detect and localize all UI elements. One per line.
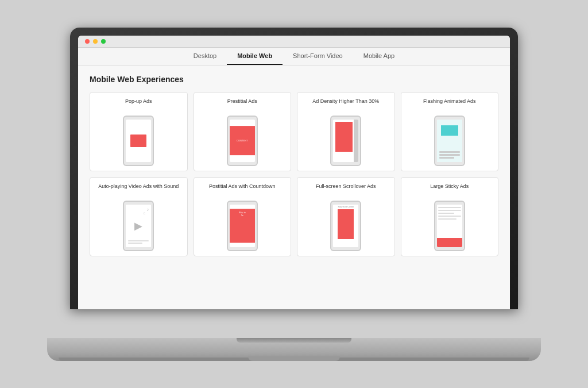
tab-short-form-video[interactable]: Short-Form Video (283, 48, 353, 65)
phone-screen-autoplay: ▶ ♪ ♫ (126, 205, 151, 247)
ad-card-title-popup: Pop-up Ads (125, 98, 152, 111)
flash-text-area (437, 150, 462, 160)
ad-card-title-flashing: Flashing Animated Ads (423, 98, 476, 111)
phone-mockup-prestitial: CONTENT (227, 116, 258, 166)
phone-screen-scrollover: Sticky Scroll Content (333, 205, 358, 247)
browser-dot-maximize (101, 39, 106, 44)
sticky-line-1 (438, 207, 461, 208)
phone-screen-postitial: Skip in5s (230, 205, 255, 247)
phone-mockup-postitial: Skip in5s (227, 201, 258, 251)
phone-mockup-sticky (434, 201, 465, 251)
autoplay-line-2 (128, 243, 142, 244)
ad-card-density[interactable]: Ad Density Higher Than 30% (297, 92, 395, 171)
flash-line-2 (439, 154, 460, 156)
ad-visual-sticky (437, 205, 462, 247)
ad-side-strip (354, 120, 358, 162)
phone-screen-density (333, 120, 358, 162)
autoplay-lines (126, 240, 151, 244)
ad-card-sticky[interactable]: Large Sticky Ads (401, 177, 499, 256)
tab-bar: Desktop Mobile Web Short-Form Video Mobi… (78, 48, 510, 66)
flash-line-1 (439, 151, 460, 153)
sticky-content-lines (438, 207, 461, 221)
ad-text-prestitial: CONTENT (237, 139, 247, 142)
laptop-hinge (237, 338, 351, 343)
phone-screen-flashing (437, 120, 462, 162)
laptop-notch (248, 356, 340, 361)
sticky-line-5 (438, 218, 457, 220)
phone-mockup-flashing (434, 116, 465, 166)
tab-desktop[interactable]: Desktop (183, 48, 227, 65)
ad-visual-autoplay: ▶ ♪ ♫ (126, 205, 151, 247)
browser-dot-close (85, 39, 90, 44)
sticky-ad-bar (437, 238, 462, 247)
music-note-1: ♪ (146, 207, 149, 212)
phone-screen-prestitial: CONTENT (230, 120, 255, 162)
ad-card-autoplay[interactable]: Auto-playing Video Ads with Sound ▶ ♪ ♫ (90, 177, 188, 256)
flash-box (441, 125, 458, 136)
content-area: Mobile Web Experiences Pop-up Ads Pr (78, 66, 510, 309)
ad-visual-flashing (437, 120, 462, 162)
laptop-screen-bezel: Desktop Mobile Web Short-Form Video Mobi… (70, 28, 518, 309)
flash-line-3 (439, 157, 454, 159)
ad-card-scrollover[interactable]: Full-screen Scrollover Ads Sticky Scroll… (297, 177, 395, 256)
music-note-2: ♫ (143, 212, 146, 215)
phone-mockup-popup (123, 116, 154, 166)
ad-visual-postitial: Skip in5s (230, 209, 255, 243)
ad-visual-density (335, 122, 353, 152)
ad-visual-scrollover: Sticky Scroll Content (333, 205, 358, 247)
scroll-label: Sticky Scroll Content (333, 206, 358, 208)
countdown-text: Skip in5s (239, 211, 246, 217)
ad-card-title-prestitial: Prestitial Ads (227, 98, 257, 111)
laptop-base (47, 338, 541, 361)
ad-grid: Pop-up Ads Prestitial Ads (90, 92, 498, 256)
ad-card-prestitial[interactable]: Prestitial Ads CONTENT (194, 92, 292, 171)
autoplay-line-1 (128, 240, 149, 241)
scroll-ad-box (338, 209, 354, 239)
ad-visual-popup (130, 135, 146, 147)
phone-mockup-scrollover: Sticky Scroll Content (330, 201, 361, 251)
ad-card-postitial[interactable]: Postitial Ads with Countdown Skip in5s (194, 177, 292, 256)
ad-card-title-sticky: Large Sticky Ads (430, 183, 469, 196)
browser-dot-minimize (93, 39, 98, 44)
phone-mockup-density (330, 116, 361, 166)
laptop-mockup: Desktop Mobile Web Short-Form Video Mobi… (47, 28, 541, 361)
ad-card-title-postitial: Postitial Ads with Countdown (209, 183, 276, 196)
play-icon: ▶ (134, 220, 142, 232)
phone-screen-sticky (437, 205, 462, 247)
phone-mockup-autoplay: ▶ ♪ ♫ (123, 201, 154, 251)
tab-mobile-web[interactable]: Mobile Web (227, 48, 283, 65)
browser-chrome (78, 36, 510, 48)
ad-card-title-autoplay: Auto-playing Video Ads with Sound (98, 183, 179, 196)
ad-card-title-density: Ad Density Higher Than 30% (312, 98, 379, 111)
phone-screen-popup (126, 120, 151, 162)
ad-card-title-scrollover: Full-screen Scrollover Ads (316, 183, 376, 196)
ad-card-flashing[interactable]: Flashing Animated Ads (401, 92, 499, 171)
sticky-line-2 (438, 210, 461, 211)
sticky-line-4 (438, 216, 461, 217)
section-title: Mobile Web Experiences (90, 75, 498, 84)
ad-card-popup[interactable]: Pop-up Ads (90, 92, 188, 171)
ad-visual-prestitial: CONTENT (230, 126, 255, 156)
tab-mobile-app[interactable]: Mobile App (353, 48, 405, 65)
sticky-line-3 (438, 213, 454, 214)
laptop-screen: Desktop Mobile Web Short-Form Video Mobi… (78, 36, 510, 309)
